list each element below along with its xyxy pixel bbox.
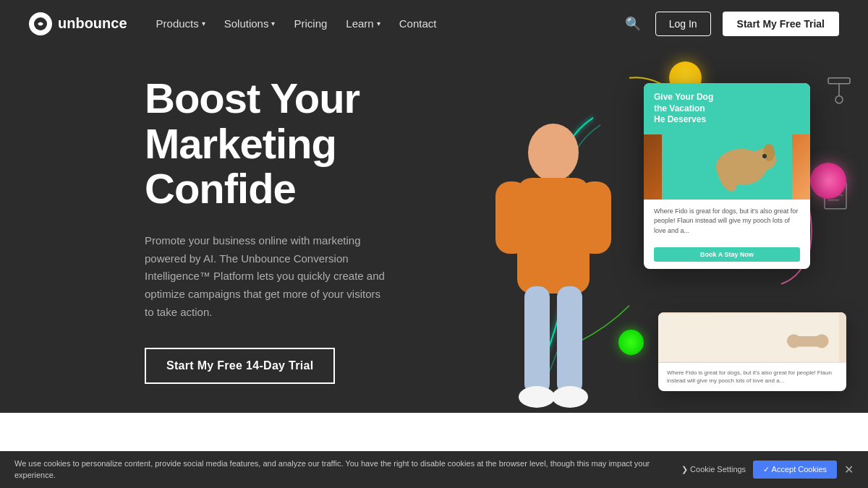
nav-learn[interactable]: Learn ▾ <box>339 12 387 35</box>
nav-solutions-label: Solutions <box>224 17 269 30</box>
cookie-text: We use cookies to personalize content, p… <box>14 458 667 481</box>
svg-point-3 <box>835 96 843 103</box>
hero-illustration: Give Your Dog the Vacation He Deserves W… <box>434 47 868 413</box>
ui-card-title: Give Your Dog the Vacation He Deserves <box>654 92 713 124</box>
nav-contact-label: Contact <box>399 17 437 30</box>
cookie-accept-button[interactable]: ✓ Accept Cookies <box>753 461 837 479</box>
nav-learn-label: Learn <box>346 17 373 30</box>
pink-orb <box>810 163 846 199</box>
nav-pricing[interactable]: Pricing <box>286 12 334 35</box>
ui-card-secondary-image <box>658 312 846 363</box>
nav-links: Products ▾ Solutions ▾ Pricing Learn ▾ C… <box>149 12 444 35</box>
cookie-banner: We use cookies to personalize content, p… <box>0 451 868 488</box>
logo-text: unbounce <box>58 15 127 32</box>
svg-rect-1 <box>828 78 850 84</box>
cookie-actions: ❯ Cookie Settings ✓ Accept Cookies ✕ <box>681 461 854 479</box>
cookie-settings-label: ❯ Cookie Settings <box>681 465 746 474</box>
close-icon: ✕ <box>844 463 854 476</box>
hero-title: Boost YourMarketingConfide <box>145 76 492 212</box>
svg-point-22 <box>787 334 801 348</box>
ui-card-image <box>644 134 810 200</box>
start-trial-button[interactable]: Start My Free Trial <box>723 12 839 36</box>
cookie-close-button[interactable]: ✕ <box>844 463 854 476</box>
hero-description: Promote your business online with market… <box>145 232 391 322</box>
svg-point-17 <box>763 144 775 161</box>
nav-pricing-label: Pricing <box>294 17 327 30</box>
nav-products[interactable]: Products ▾ <box>149 12 213 35</box>
chevron-down-icon: ▾ <box>377 20 380 27</box>
cookie-accept-label: ✓ Accept Cookies <box>763 465 827 474</box>
nav-right: 🔍 Log In Start My Free Trial <box>622 12 839 36</box>
ui-card-body: Where Fido is great for dogs, but it's a… <box>644 200 810 244</box>
navbar: unbounce Products ▾ Solutions ▾ Pricing … <box>0 0 868 47</box>
hero-content: Boost YourMarketingConfide Promote your … <box>145 76 492 384</box>
ui-card-header: Give Your Dog the Vacation He Deserves <box>644 83 810 134</box>
nav-solutions[interactable]: Solutions ▾ <box>217 12 283 35</box>
login-button[interactable]: Log In <box>655 12 711 36</box>
ui-card-main: Give Your Dog the Vacation He Deserves W… <box>644 83 810 269</box>
nav-contact[interactable]: Contact <box>392 12 444 35</box>
person-figure <box>474 109 633 413</box>
search-icon: 🔍 <box>625 17 641 31</box>
ui-card-secondary-body: Where Fido is great for dogs, but it's a… <box>658 363 846 390</box>
hero-cta-label: Start My Free 14-Day Trial <box>166 359 313 372</box>
login-label: Log In <box>669 18 697 30</box>
chevron-down-icon: ▾ <box>202 20 205 27</box>
nav-products-label: Products <box>156 17 199 30</box>
search-button[interactable]: 🔍 <box>622 13 644 35</box>
svg-point-18 <box>762 154 767 158</box>
cookie-settings-button[interactable]: ❯ Cookie Settings <box>681 465 746 474</box>
logo[interactable]: unbounce <box>29 12 127 35</box>
logo-icon <box>29 12 52 35</box>
hero-section: Boost YourMarketingConfide Promote your … <box>0 47 868 413</box>
nav-left: unbounce Products ▾ Solutions ▾ Pricing … <box>29 12 443 35</box>
trial-label: Start My Free Trial <box>737 18 825 30</box>
hero-cta-button[interactable]: Start My Free 14-Day Trial <box>145 348 335 384</box>
ui-card-secondary: Where Fido is great for dogs, but it's a… <box>658 312 846 390</box>
ui-card-cta: Book A Stay Now <box>654 247 800 262</box>
svg-point-23 <box>814 334 828 348</box>
chevron-down-icon: ▾ <box>271 20 275 27</box>
person-body <box>488 116 618 413</box>
